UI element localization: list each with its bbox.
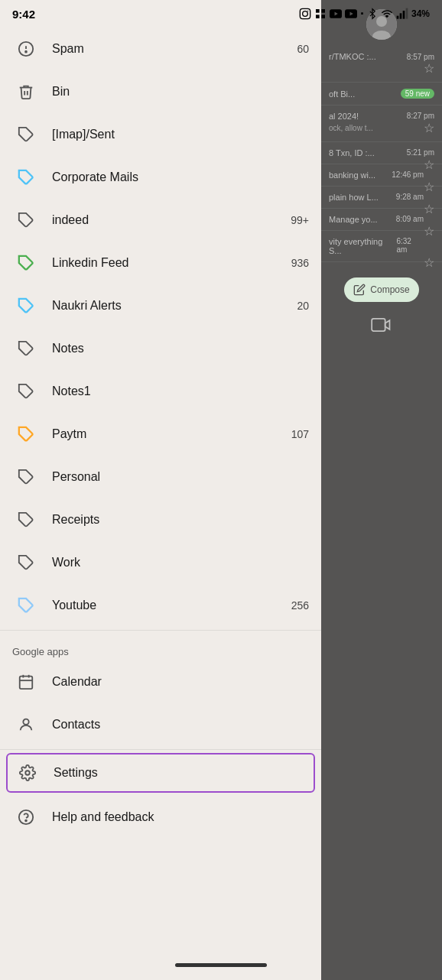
divider-google-apps xyxy=(0,630,321,631)
alert-circle-icon xyxy=(12,35,40,63)
svg-rect-3 xyxy=(316,9,320,13)
sidebar-item-receipts[interactable]: Receipts xyxy=(0,498,321,541)
email-sender-6: plain how L... xyxy=(329,193,379,202)
svg-rect-4 xyxy=(321,9,325,13)
edit-icon xyxy=(353,284,366,296)
email-time-8: 6:32 am xyxy=(396,237,424,255)
sidebar-item-bin[interactable]: Bin xyxy=(0,70,321,113)
sidebar-item-calendar[interactable]: Calendar xyxy=(0,660,321,703)
indeed-label: indeed xyxy=(52,213,291,227)
label-notes1-icon xyxy=(12,378,40,405)
personal-label: Personal xyxy=(52,470,309,484)
spam-count: 60 xyxy=(297,43,309,55)
instagram-icon xyxy=(299,8,311,20)
sidebar-item-work[interactable]: Work xyxy=(0,541,321,584)
sidebar-item-naukri[interactable]: Naukri Alerts 20 xyxy=(0,284,321,327)
email-row-2: oft Bi... 59 new xyxy=(321,83,442,105)
svg-rect-7 xyxy=(397,16,399,19)
status-time: 9:42 xyxy=(12,8,35,21)
calendar-label: Calendar xyxy=(52,675,309,689)
email-sender-3: al 2024! xyxy=(329,112,359,121)
label-indeed-icon xyxy=(12,206,40,234)
youtube-icon xyxy=(330,8,342,20)
bottom-bar xyxy=(0,949,442,980)
compose-label: Compose xyxy=(370,284,409,295)
star-icon-8: ☆ xyxy=(424,255,434,270)
naukri-count: 20 xyxy=(297,300,309,312)
email-time-5: 12:46 pm xyxy=(392,170,424,180)
sidebar-item-personal[interactable]: Personal xyxy=(0,456,321,498)
paytm-count: 107 xyxy=(291,428,309,440)
email-row-4: 8 Txn, ID :... 5:21 pm ☆ xyxy=(321,142,442,164)
email-time-1: 8:57 pm xyxy=(407,53,434,61)
bluetooth-icon xyxy=(367,8,378,20)
youtube-label: Youtube xyxy=(52,599,291,612)
linkedin-count: 936 xyxy=(291,257,309,269)
svg-rect-8 xyxy=(400,13,402,18)
sidebar-item-paytm[interactable]: Paytm 107 xyxy=(0,413,321,456)
help-label: Help and feedback xyxy=(52,810,309,824)
bin-label: Bin xyxy=(52,85,309,99)
video-call-icon xyxy=(327,314,436,339)
home-indicator xyxy=(175,963,267,967)
star-icon-6: ☆ xyxy=(424,202,434,216)
email-sender-1: r/TMKOC :... xyxy=(329,52,376,61)
label-personal-icon xyxy=(12,463,40,491)
contacts-label: Contacts xyxy=(52,718,309,732)
email-time-6: 9:28 am xyxy=(396,193,424,202)
sidebar-item-corporate-mails[interactable]: Corporate Mails xyxy=(0,156,321,199)
sidebar-item-imap-sent[interactable]: [Imap]/Sent xyxy=(0,113,321,156)
star-icon-1: ☆ xyxy=(424,61,434,76)
google-apps-header: Google apps xyxy=(0,634,321,660)
email-sender-7: Manage yo... xyxy=(329,215,378,224)
label-work-icon xyxy=(12,549,40,576)
grid-icon xyxy=(314,8,327,20)
paytm-label: Paytm xyxy=(52,427,291,441)
notes-label: Notes xyxy=(52,342,309,355)
label-youtube-icon xyxy=(12,592,40,619)
sidebar-item-notes1[interactable]: Notes1 xyxy=(0,370,321,413)
label-paytm-icon xyxy=(12,420,40,448)
compose-area: Compose xyxy=(321,271,442,345)
email-time-3: 8:27 pm xyxy=(407,112,434,121)
compose-button[interactable]: Compose xyxy=(344,277,418,302)
star-icon-5: ☆ xyxy=(424,180,434,194)
trash-icon xyxy=(12,78,40,105)
label-imap-icon xyxy=(12,121,40,148)
naukri-label: Naukri Alerts xyxy=(52,299,297,313)
imap-sent-label: [Imap]/Sent xyxy=(52,128,309,141)
star-icon-3: ☆ xyxy=(424,121,434,135)
svg-rect-6 xyxy=(321,15,325,18)
drawer: Spam 60 Bin [Imap]/Sent Corporate Mails xyxy=(0,0,321,980)
status-icons: · 34% xyxy=(299,6,430,22)
work-label: Work xyxy=(52,556,309,570)
sidebar-item-indeed[interactable]: indeed 99+ xyxy=(0,199,321,242)
email-time-4: 5:21 pm xyxy=(407,148,434,157)
svg-point-21 xyxy=(25,820,27,822)
email-panel: r/TMKOC :... 8:57 pm ☆ oft Bi... 59 new … xyxy=(321,0,442,980)
email-row-1: r/TMKOC :... 8:57 pm ☆ xyxy=(321,46,442,83)
spam-label: Spam xyxy=(52,42,297,56)
sidebar-item-spam[interactable]: Spam 60 xyxy=(0,28,321,70)
email-sender-4: 8 Txn, ID :... xyxy=(329,148,375,157)
svg-rect-5 xyxy=(316,15,320,18)
indeed-count: 99+ xyxy=(291,214,309,226)
svg-point-19 xyxy=(25,771,30,775)
label-linkedin-icon xyxy=(12,249,40,277)
svg-rect-10 xyxy=(406,8,408,19)
svg-rect-9 xyxy=(403,11,405,19)
sidebar-item-help[interactable]: Help and feedback xyxy=(0,796,321,839)
receipts-label: Receipts xyxy=(52,513,309,527)
svg-rect-0 xyxy=(300,8,310,18)
svg-rect-25 xyxy=(372,319,385,331)
gear-icon xyxy=(14,759,41,787)
sidebar-item-contacts[interactable]: Contacts xyxy=(0,703,321,746)
contacts-icon xyxy=(12,711,40,738)
star-icon-4: ☆ xyxy=(424,157,434,172)
sidebar-item-linkedin[interactable]: Linkedin Feed 936 xyxy=(0,242,321,284)
sidebar-item-youtube[interactable]: Youtube 256 xyxy=(0,584,321,627)
status-bar: 9:42 · 34% xyxy=(0,0,442,28)
sidebar-item-settings[interactable]: Settings xyxy=(6,753,315,793)
sidebar-item-notes[interactable]: Notes xyxy=(0,327,321,370)
label-notes-icon xyxy=(12,335,40,362)
